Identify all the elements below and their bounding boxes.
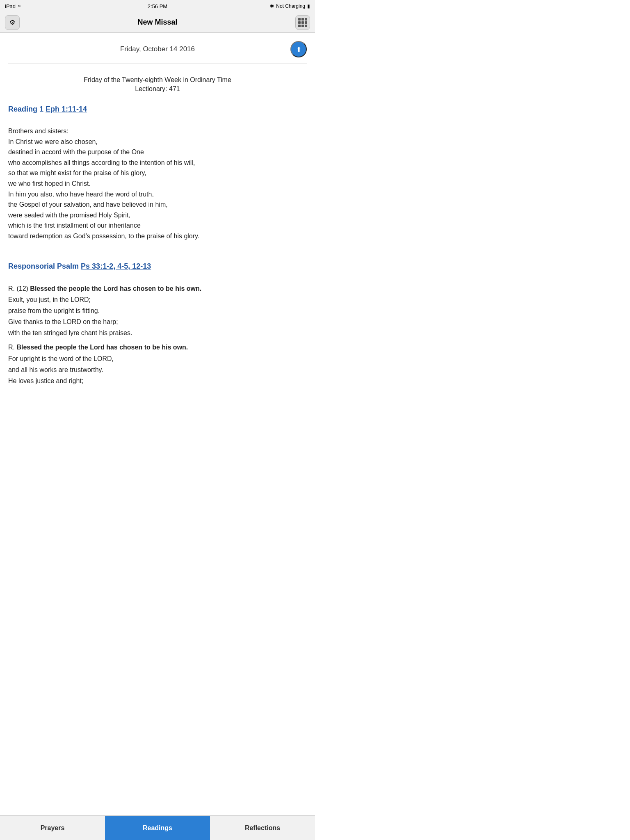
status-right: ✱ Not Charging ▮ bbox=[270, 3, 310, 9]
reading1-reference[interactable]: Eph 1:11-14 bbox=[46, 105, 87, 113]
psalm-refrain: Blessed the people the Lord has chosen t… bbox=[30, 285, 201, 292]
reading-line-3: who accomplishes all things according to… bbox=[8, 158, 307, 168]
time-display: 2:56 PM bbox=[148, 3, 167, 9]
psalm-verse-1: Exult, you just, in the LORD; bbox=[8, 294, 307, 305]
psalm-refrain-repeat: R. Blessed the people the Lord has chose… bbox=[8, 342, 307, 353]
wifi-icon: ≈ bbox=[18, 3, 21, 9]
psalm-verse-2: praise from the upright is fitting. bbox=[8, 305, 307, 316]
psalm-reference[interactable]: Ps 33:1-2, 4-5, 12-13 bbox=[81, 262, 151, 270]
device-label: iPad bbox=[5, 3, 16, 9]
refrain-repeat-text: Blessed the people the Lord has chosen t… bbox=[16, 344, 188, 351]
reading-line-10: toward redemption as God’s possession, t… bbox=[8, 231, 307, 242]
reading-line-7: the Gospel of your salvation, and have b… bbox=[8, 199, 307, 210]
date-header: Friday, October 14 2016 ⬆ bbox=[8, 41, 307, 57]
header-divider bbox=[8, 64, 307, 64]
psalm-section: Responsorial Psalm Ps 33:1-2, 4-5, 12-13… bbox=[8, 262, 307, 387]
reading1-heading: Reading 1 Eph 1:11-14 bbox=[8, 105, 307, 114]
main-content: Friday, October 14 2016 ⬆ Friday of the … bbox=[0, 33, 315, 427]
psalm-verse-3: Give thanks to the LORD on the harp; bbox=[8, 316, 307, 327]
reading-line-6: In him you also, who have heard the word… bbox=[8, 189, 307, 200]
reading-line-8: were sealed with the promised Holy Spiri… bbox=[8, 210, 307, 221]
reading-line-1: In Christ we were also chosen, bbox=[8, 137, 307, 147]
bluetooth-icon: ✱ bbox=[270, 3, 274, 9]
battery-icon: ▮ bbox=[307, 3, 310, 9]
grid-button[interactable] bbox=[295, 15, 310, 30]
reading-line-9: which is the first installment of our in… bbox=[8, 220, 307, 231]
gear-button[interactable]: ⚙ bbox=[5, 15, 20, 30]
nav-bar: ⚙ New Missal bbox=[0, 12, 315, 33]
psalm-heading: Responsorial Psalm Ps 33:1-2, 4-5, 12-13 bbox=[8, 262, 307, 271]
reading-line-5: we who first hoped in Christ. bbox=[8, 178, 307, 189]
liturgy-info: Friday of the Twenty-eighth Week in Ordi… bbox=[8, 76, 307, 93]
status-bar: iPad ≈ 2:56 PM ✱ Not Charging ▮ bbox=[0, 0, 315, 12]
reading1-section: Reading 1 Eph 1:11-14 Brothers and siste… bbox=[8, 105, 307, 242]
lectionary-number: Lectionary: 471 bbox=[8, 85, 307, 93]
share-button[interactable]: ⬆ bbox=[290, 41, 307, 57]
psalm-verse-6: and all his works are trustworthy. bbox=[8, 364, 307, 375]
reading-line-2: destined in accord with the purpose of t… bbox=[8, 147, 307, 158]
refrain-label: R. (12) bbox=[8, 285, 30, 292]
share-icon: ⬆ bbox=[296, 46, 301, 53]
reading1-label: Reading 1 bbox=[8, 105, 43, 113]
date-text: Friday, October 14 2016 bbox=[25, 45, 290, 53]
psalm-text: R. (12) Blessed the people the Lord has … bbox=[8, 283, 307, 387]
grid-icon bbox=[298, 18, 307, 27]
reading-line-0: Brothers and sisters: bbox=[8, 126, 307, 137]
psalm-refrain-intro: R. (12) Blessed the people the Lord has … bbox=[8, 283, 307, 294]
nav-title: New Missal bbox=[137, 18, 177, 27]
reading1-text: Brothers and sisters: In Christ we were … bbox=[8, 126, 307, 242]
psalm-verse-7: He loves justice and right; bbox=[8, 375, 307, 386]
psalm-verse-5: For upright is the word of the LORD, bbox=[8, 353, 307, 364]
status-left: iPad ≈ bbox=[5, 3, 21, 9]
charging-label: Not Charging bbox=[276, 3, 305, 9]
reading-line-4: so that we might exist for the praise of… bbox=[8, 168, 307, 178]
psalm-label: Responsorial Psalm bbox=[8, 262, 79, 270]
liturgy-title: Friday of the Twenty-eighth Week in Ordi… bbox=[8, 76, 307, 84]
gear-icon: ⚙ bbox=[9, 18, 15, 26]
psalm-verse-4: with the ten stringed lyre chant his pra… bbox=[8, 327, 307, 338]
